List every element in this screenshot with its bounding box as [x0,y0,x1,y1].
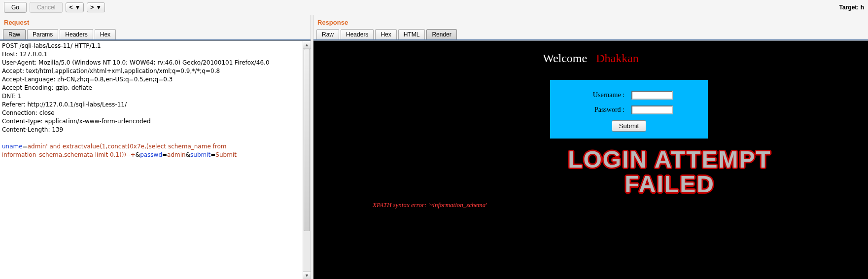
param-name: uname [2,143,23,150]
password-input[interactable] [631,105,673,114]
xpath-error-message: XPATH syntax error: '~information_schema… [373,201,868,209]
tab-headers[interactable]: Headers [60,29,93,39]
chevron-left-icon: < [69,4,72,11]
param-name: submit [190,151,210,158]
login-failed-banner: LOGIN ATTEMPT FAILED [313,147,868,197]
welcome-text: Welcome [543,52,587,65]
param-name: passwd [140,151,162,158]
history-forward-button[interactable]: > ▼ [87,2,105,12]
response-title: Response [313,15,868,29]
response-pane: Response Raw Headers Hex HTML Render Wel… [313,15,868,279]
password-label: Password : [585,106,625,114]
login-submit-button[interactable]: Submit [612,120,646,132]
dropdown-caret-icon: ▼ [96,4,102,11]
param-value: admin [167,151,186,158]
scroll-up-icon[interactable]: ▲ [303,41,311,49]
tab-raw[interactable]: Raw [316,29,339,39]
top-toolbar: Go Cancel < ▼ > ▼ Target: h [0,0,868,15]
dropdown-caret-icon: ▼ [74,4,80,11]
tab-render[interactable]: Render [426,29,456,39]
username-label: Username : [585,91,625,99]
tab-html[interactable]: HTML [398,29,425,39]
welcome-name: Dhakkan [596,52,639,65]
go-button[interactable]: Go [4,2,27,13]
param-value: Submit [215,151,237,158]
welcome-heading: Welcome Dhakkan [313,41,868,80]
username-input[interactable] [631,91,673,100]
amp: & [136,151,140,158]
rendered-page: Welcome Dhakkan Username : Password : Su… [313,40,868,279]
chevron-right-icon: > [90,4,94,11]
scroll-thumb[interactable] [304,49,310,231]
request-scrollbar[interactable]: ▲ ▼ [303,41,311,279]
fail-line-2: FAILED [471,172,868,197]
tab-headers[interactable]: Headers [341,29,374,39]
response-tabs: Raw Headers Hex HTML Render [313,29,868,40]
request-pane: Request Raw Params Headers Hex POST /sql… [0,15,311,279]
cancel-button: Cancel [30,2,63,13]
tab-hex[interactable]: Hex [95,29,116,39]
history-back-button[interactable]: < ▼ [66,2,84,12]
request-title: Request [0,15,311,29]
request-headers-text: POST /sqli-labs/Less-11/ HTTP/1.1 Host: … [2,42,270,133]
tab-params[interactable]: Params [27,29,58,39]
request-editor[interactable]: POST /sqli-labs/Less-11/ HTTP/1.1 Host: … [0,41,303,279]
request-tabs: Raw Params Headers Hex [0,29,311,40]
tab-hex[interactable]: Hex [375,29,396,39]
tab-raw[interactable]: Raw [3,29,26,39]
login-form: Username : Password : Submit [550,80,708,139]
amp: & [186,151,190,158]
scroll-down-icon[interactable]: ▼ [303,271,311,279]
scroll-track[interactable] [303,49,311,271]
target-label: Target: h [839,4,864,11]
fail-line-1: LOGIN ATTEMPT [471,147,868,172]
